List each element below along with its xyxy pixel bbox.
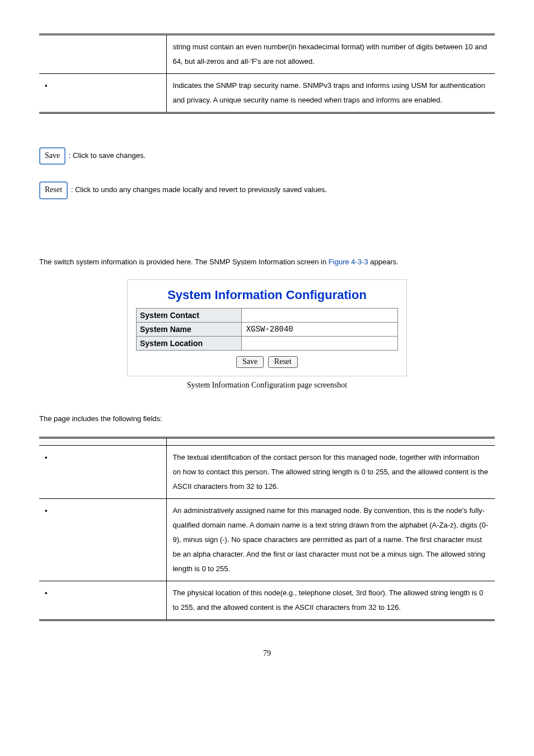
field-row1-description: The textual identification of the contac…	[167, 445, 495, 498]
figure-reference-link[interactable]: Figure 4-3-3	[329, 258, 368, 266]
system-location-input[interactable]	[245, 338, 394, 348]
system-name-input[interactable]	[245, 324, 394, 334]
top-row1-object	[39, 35, 167, 74]
field-row3-object: •	[39, 581, 167, 620]
top-parameter-table: string must contain an even number(in he…	[39, 34, 495, 114]
save-button-desc: : Click to save changes.	[69, 151, 146, 160]
fields-table: • The textual identification of the cont…	[39, 437, 495, 621]
system-info-config-figure: System Information Configuration System …	[127, 279, 407, 376]
system-location-cell	[241, 337, 397, 351]
figure-save-button[interactable]: Save	[236, 356, 264, 368]
top-row1-description: string must contain an even number(in he…	[167, 35, 495, 74]
fields-header-object	[39, 437, 167, 445]
top-row2-object: •	[39, 74, 167, 113]
reset-button-image: Reset	[39, 181, 68, 199]
field-row3-description: The physical location of this node(e.g.,…	[167, 581, 495, 620]
page-number: 79	[39, 649, 495, 658]
system-contact-cell	[241, 309, 397, 323]
system-location-label: System Location	[137, 337, 242, 351]
top-row2-description: Indicates the SNMP trap security name. S…	[167, 74, 495, 113]
fields-intro-text: The page includes the following fields:	[39, 412, 495, 425]
intro-text-prefix: The switch system information is provide…	[39, 258, 329, 266]
figure-caption: System Information Configuration page sc…	[39, 381, 495, 390]
fields-header-description	[167, 437, 495, 445]
reset-button-desc: : Click to undo any changes made locally…	[71, 186, 327, 194]
save-button-image: Save	[39, 147, 65, 165]
field-row1-object: •	[39, 445, 167, 498]
system-name-label: System Name	[137, 323, 242, 337]
field-row2-object: •	[39, 498, 167, 581]
system-contact-input[interactable]	[245, 310, 394, 320]
config-form-table: System Contact System Name System Locati…	[136, 308, 398, 351]
system-contact-label: System Contact	[137, 309, 242, 323]
figure-reset-button[interactable]: Reset	[268, 356, 298, 368]
field-row2-description: An administratively assigned name for th…	[167, 498, 495, 581]
intro-text-suffix: appears.	[370, 258, 399, 266]
figure-title: System Information Configuration	[136, 288, 398, 302]
system-name-cell	[241, 323, 397, 337]
